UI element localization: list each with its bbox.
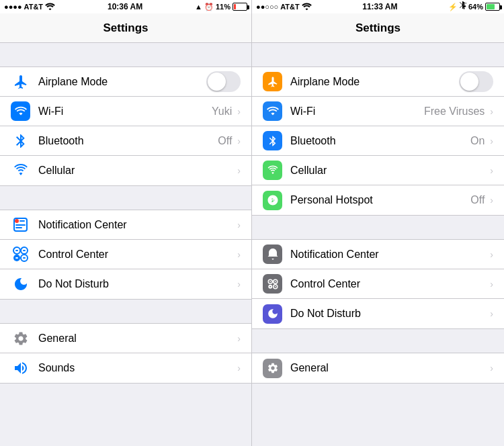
row-wifi-right[interactable]: Wi-Fi Free Viruses › (252, 97, 504, 126)
row-dnd-left[interactable]: Do Not Disturb › (0, 269, 251, 299)
wifi-value-right: Free Viruses (424, 105, 485, 118)
row-notification-right[interactable]: Notification Center › (252, 240, 504, 269)
general-label-left: General (38, 332, 236, 345)
time-right: 11:33 AM (362, 2, 397, 11)
airplane-toggle-left[interactable] (206, 71, 241, 92)
gap-mid1-left (0, 186, 251, 210)
control-label-right: Control Center (290, 278, 489, 290)
control-icon-left (11, 244, 30, 264)
wifi-label-right: Wi-Fi (290, 105, 424, 118)
row-control-left[interactable]: Control Center › (0, 240, 251, 269)
row-wifi-left[interactable]: Wi-Fi Yuki › (0, 97, 251, 126)
cellular-chevron-right: › (490, 165, 493, 176)
cellular-label-right: Cellular (290, 165, 489, 177)
cellular-icon-right (263, 161, 282, 180)
wifi-value-left: Yuki (212, 105, 232, 118)
bluetooth-chevron-left: › (237, 136, 241, 146)
battery-pct-right: 64% (468, 3, 483, 11)
svg-rect-17 (274, 281, 276, 282)
row-cellular-right[interactable]: Cellular › (252, 156, 504, 185)
sounds-icon-left (11, 359, 30, 378)
carrier-left: AT&T (24, 3, 44, 11)
bluetooth-value-right: On (470, 135, 485, 147)
gap-mid1-right (252, 216, 504, 239)
row-airplane-right[interactable]: Airplane Mode (252, 67, 504, 97)
notification-chevron-right: › (490, 249, 493, 260)
wifi-icon-left (45, 3, 55, 11)
row-cellular-left[interactable]: Cellular › (0, 156, 251, 185)
group-connectivity-left: Airplane Mode Wi-Fi Yuki › Bluetooth (0, 66, 251, 186)
bluetooth-icon-right (460, 1, 466, 12)
gap-mid2-right (252, 329, 504, 353)
row-bluetooth-right[interactable]: Bluetooth On › (252, 126, 504, 156)
group-system-right: General › (252, 353, 504, 384)
svg-rect-21 (274, 286, 276, 287)
wifi-label-left: Wi-Fi (38, 105, 212, 118)
bluetooth-label-right: Bluetooth (290, 135, 470, 147)
gap-mid2-left (0, 300, 251, 323)
hotspot-chevron-right: › (490, 195, 493, 206)
row-sounds-left[interactable]: Sounds › (0, 353, 251, 383)
status-bar-left: ●●●● AT&T 10:36 AM ▲ ⏰ 11% (0, 0, 251, 13)
cellular-chevron-left: › (237, 165, 241, 176)
right-panel: ●●○○○ AT&T 11:33 AM ⚡ 64% Settings (252, 0, 504, 446)
row-general-right[interactable]: General › (252, 353, 504, 383)
wifi-icon-right2 (263, 101, 282, 121)
notification-icon-left (11, 215, 30, 234)
row-notification-left[interactable]: Notification Center › (0, 210, 251, 240)
left-panel: ●●●● AT&T 10:36 AM ▲ ⏰ 11% Settings (0, 0, 252, 446)
alarm-icon-left: ⏰ (204, 3, 214, 11)
hotspot-label-right: Personal Hotspot (290, 194, 470, 206)
row-airplane-left[interactable]: Airplane Mode (0, 67, 251, 97)
wifi-chevron-left: › (237, 106, 241, 117)
dnd-icon-left (11, 275, 30, 294)
row-general-left[interactable]: General › (0, 324, 251, 353)
cellular-label-left: Cellular (38, 165, 236, 177)
svg-rect-13 (23, 257, 26, 259)
row-bluetooth-left[interactable]: Bluetooth Off › (0, 126, 251, 156)
hotspot-icon-right (263, 191, 282, 210)
row-dnd-right[interactable]: Do Not Disturb › (252, 299, 504, 328)
notification-icon-right (263, 244, 282, 264)
carrier-right: AT&T (280, 3, 300, 11)
cellular-icon-left (11, 161, 30, 181)
dnd-icon-right (263, 304, 282, 324)
dnd-chevron-right: › (490, 308, 493, 319)
svg-rect-5 (15, 227, 22, 228)
settings-content-right: Airplane Mode Wi-Fi Free Viruses › Blue (252, 43, 504, 446)
general-label-right: General (290, 362, 489, 374)
bluetooth-icon-right2 (263, 131, 282, 150)
svg-rect-3 (19, 220, 25, 222)
dnd-label-right: Do Not Disturb (290, 308, 489, 320)
battery-icon-left (233, 3, 247, 11)
gap-top-right (252, 43, 504, 66)
bluetooth-status-icon-right: ⚡ (448, 3, 458, 11)
dnd-chevron-left: › (237, 279, 241, 289)
airplane-toggle-right[interactable] (459, 71, 493, 92)
row-hotspot-right[interactable]: Personal Hotspot Off › (252, 185, 504, 215)
hotspot-value-right: Off (470, 194, 485, 206)
control-chevron-left: › (237, 249, 241, 260)
signal-dots-left: ●●●● (4, 3, 22, 11)
airplane-label-right: Airplane Mode (290, 76, 459, 88)
svg-rect-4 (15, 224, 26, 226)
general-chevron-left: › (237, 333, 241, 344)
battery-pct-left: 11% (216, 3, 230, 11)
airplane-label-left: Airplane Mode (38, 76, 206, 88)
row-control-right[interactable]: Control Center › (252, 269, 504, 299)
svg-rect-19 (269, 286, 271, 287)
bluetooth-icon-left (11, 131, 30, 150)
svg-rect-11 (15, 257, 18, 259)
wifi-icon-right (302, 3, 312, 11)
notification-label-right: Notification Center (290, 249, 489, 261)
signal-dots-right: ●●○○○ (256, 3, 278, 11)
status-bar-right: ●●○○○ AT&T 11:33 AM ⚡ 64% (252, 0, 504, 13)
nav-title-left: Settings (103, 21, 148, 35)
settings-content-left: Airplane Mode Wi-Fi Yuki › Bluetooth (0, 43, 251, 446)
general-icon-right (263, 359, 282, 378)
nav-bar-left: Settings (0, 13, 251, 43)
notification-label-left: Notification Center (38, 219, 236, 231)
control-chevron-right: › (490, 279, 493, 289)
sounds-label-left: Sounds (38, 362, 236, 374)
control-label-left: Control Center (38, 249, 236, 261)
